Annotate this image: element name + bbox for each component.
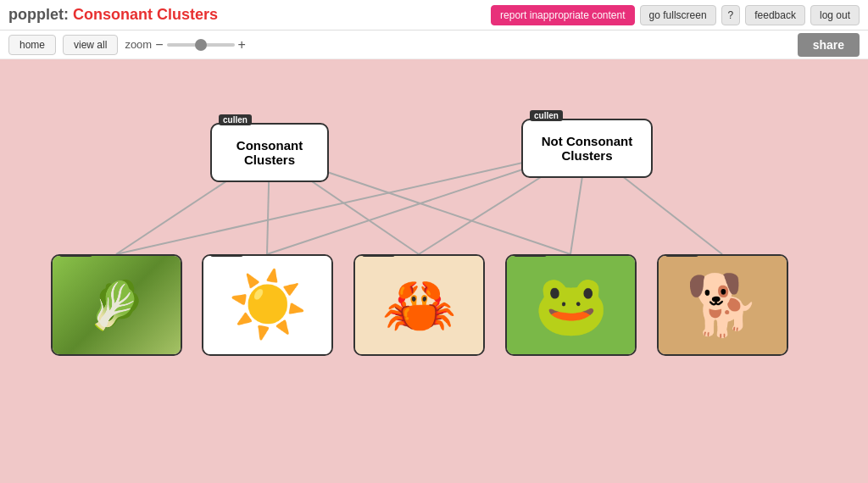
app-logo: popplet: Consonant Clusters — [8, 6, 218, 24]
node-author-label: cullen — [514, 254, 547, 257]
dog-node[interactable]: cullen 🐕 — [657, 254, 788, 356]
spinach-image: 🥬 — [53, 256, 181, 354]
home-button[interactable]: home — [8, 35, 56, 55]
toolbar: home view all zoom − + share — [0, 31, 868, 59]
node-author-label: cullen — [59, 254, 92, 257]
consonant-clusters-node[interactable]: cullen ConsonantClusters — [210, 123, 329, 182]
spinach-node[interactable]: cullen 🥬 — [51, 254, 182, 356]
node-text: ConsonantClusters — [236, 138, 303, 167]
dog-image: 🐕 — [659, 256, 787, 354]
fullscreen-button[interactable]: go fullscreen — [640, 5, 716, 25]
header-bar: popplet: Consonant Clusters report inapp… — [0, 0, 868, 31]
help-button[interactable]: ? — [721, 5, 741, 25]
node-author-label: cullen — [362, 254, 395, 257]
crab-node[interactable]: cullen 🦀 — [353, 254, 485, 356]
zoom-label: zoom — [125, 38, 152, 51]
zoom-control: zoom − + — [125, 37, 245, 53]
crab-image: 🦀 — [355, 256, 483, 354]
node-text: Not ConsonantClusters — [542, 134, 632, 163]
canvas-area: cullen ConsonantClusters cullen Not Cons… — [0, 59, 868, 483]
frog-image: 🐸 — [507, 256, 635, 354]
node-author-label: cullen — [665, 254, 698, 257]
node-author-label: cullen — [210, 254, 243, 257]
zoom-plus-button[interactable]: + — [238, 37, 246, 53]
not-consonant-clusters-node[interactable]: cullen Not ConsonantClusters — [521, 119, 653, 178]
zoom-minus-button[interactable]: − — [155, 37, 163, 53]
share-button[interactable]: share — [798, 33, 860, 57]
node-author-label: cullen — [530, 110, 563, 121]
svg-line-4 — [116, 148, 587, 254]
logout-button[interactable]: log out — [810, 5, 860, 25]
feedback-button[interactable]: feedback — [745, 5, 805, 25]
sun-image: ☀️ — [203, 256, 331, 354]
zoom-thumb[interactable] — [195, 39, 207, 51]
header-actions: report inappropriate content go fullscre… — [491, 5, 860, 25]
report-button[interactable]: report inappropriate content — [491, 5, 634, 25]
frog-node[interactable]: cullen 🐸 — [505, 254, 637, 356]
zoom-slider[interactable] — [167, 43, 235, 47]
view-all-button[interactable]: view all — [63, 35, 118, 55]
node-author-label: cullen — [219, 114, 252, 125]
sun-node[interactable]: cullen ☀️ — [202, 254, 333, 356]
